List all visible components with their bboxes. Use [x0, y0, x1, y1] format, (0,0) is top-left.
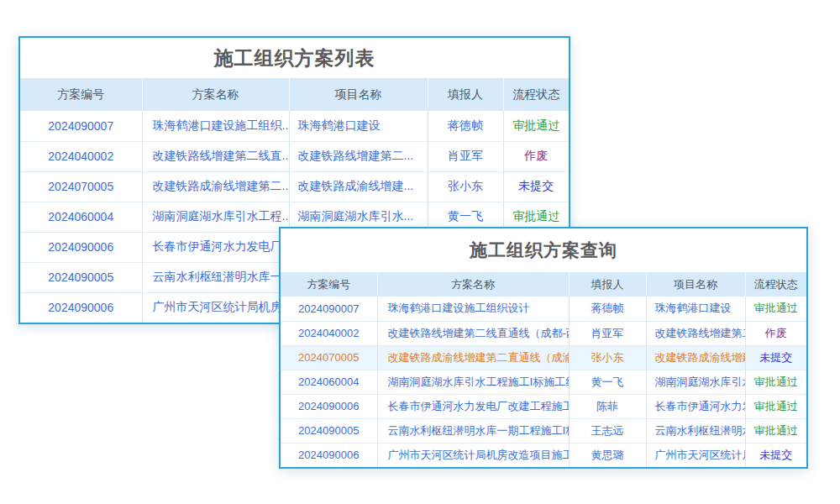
- status-badge: 审批通过: [503, 111, 569, 141]
- reporter-cell: 黄一飞: [569, 370, 646, 394]
- project-name-cell: 改建铁路线增建第二...: [289, 141, 428, 171]
- table-row[interactable]: 2024090007 珠海鹤港口建设施工组织设计 蒋德帧 珠海鹤港口建设 审批通…: [281, 297, 806, 321]
- plan-id-link[interactable]: 2024090005: [281, 418, 377, 443]
- project-name-cell: 改建铁路成渝线增建...: [289, 171, 428, 202]
- reporter-cell: 张小东: [569, 345, 646, 370]
- plan-id-link[interactable]: 2024060004: [281, 370, 377, 394]
- reporter-cell: 黄思璐: [569, 443, 646, 467]
- plan-name-cell: 长春市伊通河水力发电厂...: [142, 232, 289, 262]
- project-name-cell: 湖南洞庭湖水库引水: [646, 370, 745, 394]
- plan-id-link[interactable]: 2024090007: [281, 297, 377, 321]
- column-header-plan-id: 方案编号: [281, 272, 377, 297]
- table-row-selected[interactable]: 2024070005 改建铁路成渝线增建第二直通线（成渝枢 张小东 改建铁路成渝…: [281, 345, 806, 370]
- plan-query-table: 方案编号 方案名称 填报人 项目名称 流程状态 2024090007 珠海鹤港口…: [281, 272, 806, 467]
- project-name-cell: 珠海鹤港口建设: [646, 297, 745, 321]
- plan-id-link[interactable]: 2024090006: [281, 443, 377, 467]
- project-name-cell: 长春市伊通河水力发: [646, 394, 745, 418]
- plan-name-cell: 湖南洞庭湖水库引水工程施工Ⅰ标施工组织: [377, 370, 569, 394]
- reporter-cell: 张小东: [428, 171, 503, 202]
- table-header-row: 方案编号 方案名称 项目名称 填报人 流程状态: [20, 78, 569, 111]
- plan-id-link[interactable]: 2024060004: [20, 202, 142, 232]
- status-badge: 未提交: [503, 171, 569, 202]
- plan-name-cell: 改建铁路线增建第二线直通线（成都-西安: [377, 321, 569, 345]
- plan-id-link[interactable]: 2024040002: [20, 141, 142, 171]
- table-header-row: 方案编号 方案名称 填报人 项目名称 流程状态: [281, 272, 806, 297]
- plan-name-cell: 长春市伊通河水力发电厂改建工程施工组: [377, 394, 569, 418]
- plan-name-cell: 云南水利枢纽潜明水库一...: [142, 262, 289, 292]
- column-header-reporter: 填报人: [569, 272, 646, 297]
- status-badge: 审批通过: [745, 418, 806, 443]
- reporter-cell: 陈菲: [569, 394, 646, 418]
- status-badge: 未提交: [745, 345, 806, 370]
- page-title: 施工组织方案查询: [281, 228, 806, 272]
- plan-name-cell: 改建铁路成渝线增建第二直通线（成渝枢: [377, 345, 569, 370]
- column-header-plan-name: 方案名称: [142, 78, 289, 111]
- status-badge: 审批通过: [745, 297, 806, 321]
- project-name-cell: 广州市天河区统计局: [646, 443, 745, 467]
- table-row[interactable]: 2024090005 云南水利枢纽潜明水库一期工程施工Ⅰ标施 王志远 云南水利枢…: [281, 418, 806, 443]
- plan-id-link[interactable]: 2024090006: [281, 394, 377, 418]
- plan-name-cell: 珠海鹤港口建设施工组织设计: [377, 297, 569, 321]
- reporter-cell: 肖亚军: [569, 321, 646, 345]
- status-badge: 未提交: [745, 443, 806, 467]
- column-header-project: 项目名称: [289, 78, 428, 111]
- plan-name-cell: 广州市天河区统计局机房...: [142, 292, 289, 323]
- table-row[interactable]: 2024070005 改建铁路成渝线增建第二... 改建铁路成渝线增建... 张…: [20, 171, 569, 202]
- plan-id-link[interactable]: 2024090007: [20, 111, 142, 141]
- plan-name-cell: 珠海鹤港口建设施工组织...: [142, 111, 289, 141]
- reporter-cell: 蒋德帧: [569, 297, 646, 321]
- page-title: 施工组织方案列表: [20, 38, 569, 78]
- status-badge: 作废: [745, 321, 806, 345]
- table-row[interactable]: 2024040002 改建铁路线增建第二线直... 改建铁路线增建第二... 肖…: [20, 141, 569, 171]
- status-badge: 作废: [503, 141, 569, 171]
- plan-name-cell: 广州市天河区统计局机房改造项目施工组: [377, 443, 569, 467]
- plan-id-link[interactable]: 2024090006: [20, 232, 142, 262]
- plan-name-cell: 云南水利枢纽潜明水库一期工程施工Ⅰ标施: [377, 418, 569, 443]
- column-header-reporter: 填报人: [428, 78, 503, 111]
- column-header-plan-name: 方案名称: [377, 272, 569, 297]
- plan-id-link[interactable]: 2024040002: [281, 321, 377, 345]
- table-row[interactable]: 2024090007 珠海鹤港口建设施工组织... 珠海鹤港口建设 蒋德帧 审批…: [20, 111, 569, 141]
- table-row[interactable]: 2024090006 广州市天河区统计局机房改造项目施工组 黄思璐 广州市天河区…: [281, 443, 806, 467]
- column-header-status: 流程状态: [503, 78, 569, 111]
- column-header-plan-id: 方案编号: [20, 78, 142, 111]
- column-header-status: 流程状态: [745, 272, 806, 297]
- plan-name-cell: 改建铁路线增建第二线直...: [142, 141, 289, 171]
- project-name-cell: 改建铁路成渝线增建: [646, 345, 745, 370]
- plan-id-link[interactable]: 2024070005: [20, 171, 142, 202]
- plan-id-link[interactable]: 2024090005: [20, 262, 142, 292]
- plan-id-link[interactable]: 2024090006: [20, 292, 142, 323]
- status-badge: 审批通过: [745, 370, 806, 394]
- column-header-project: 项目名称: [646, 272, 745, 297]
- plan-id-link[interactable]: 2024070005: [281, 345, 377, 370]
- table-row[interactable]: 2024090006 长春市伊通河水力发电厂改建工程施工组 陈菲 长春市伊通河水…: [281, 394, 806, 418]
- table-row[interactable]: 2024060004 湖南洞庭湖水库引水工程施工Ⅰ标施工组织 黄一飞 湖南洞庭湖…: [281, 370, 806, 394]
- reporter-cell: 王志远: [569, 418, 646, 443]
- reporter-cell: 肖亚军: [428, 141, 503, 171]
- table-row[interactable]: 2024040002 改建铁路线增建第二线直通线（成都-西安 肖亚军 改建铁路线…: [281, 321, 806, 345]
- plan-query-panel: 施工组织方案查询 方案编号 方案名称 填报人 项目名称 流程状态 2024090…: [279, 227, 808, 469]
- project-name-cell: 改建铁路线增建第二: [646, 321, 745, 345]
- project-name-cell: 云南水利枢纽潜明水: [646, 418, 745, 443]
- plan-name-cell: 湖南洞庭湖水库引水工程...: [142, 202, 289, 232]
- reporter-cell: 蒋德帧: [428, 111, 503, 141]
- status-badge: 审批通过: [745, 394, 806, 418]
- project-name-cell: 珠海鹤港口建设: [289, 111, 428, 141]
- plan-name-cell: 改建铁路成渝线增建第二...: [142, 171, 289, 202]
